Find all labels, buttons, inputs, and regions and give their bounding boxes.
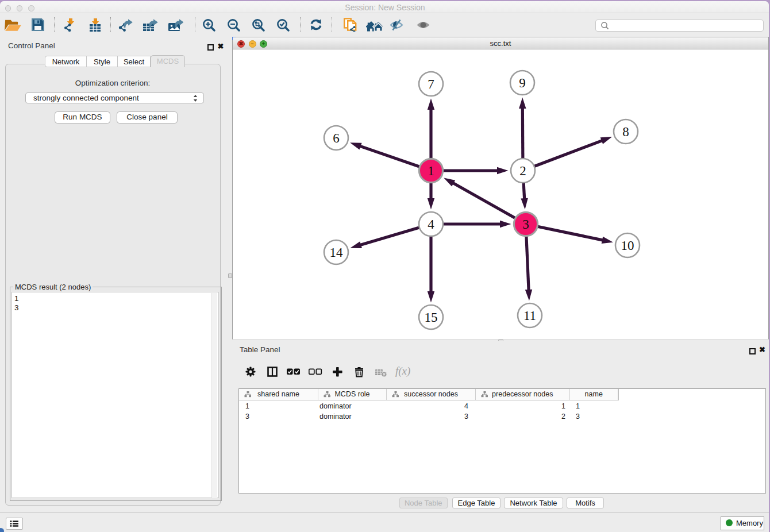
- svg-text:10: 10: [621, 238, 634, 253]
- svg-text:1: 1: [428, 164, 434, 178]
- svg-text:2: 2: [519, 164, 526, 178]
- svg-text:4: 4: [428, 217, 434, 232]
- svg-text:7: 7: [428, 77, 434, 91]
- svg-text:11: 11: [523, 309, 536, 323]
- svg-text:8: 8: [622, 125, 629, 139]
- svg-text:14: 14: [330, 245, 344, 260]
- svg-text:15: 15: [425, 310, 438, 325]
- svg-text:9: 9: [519, 76, 526, 90]
- svg-text:3: 3: [522, 217, 529, 232]
- svg-text:6: 6: [333, 131, 340, 145]
